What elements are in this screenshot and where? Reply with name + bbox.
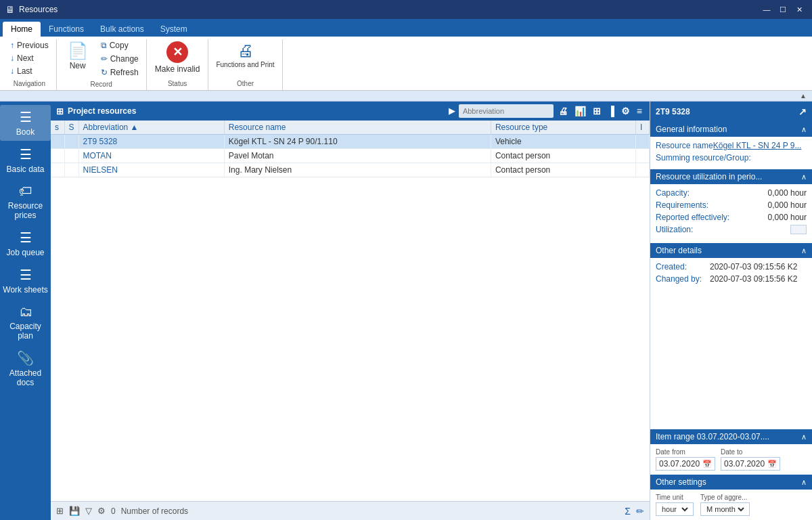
utilization-row: Utilization: <box>656 225 807 236</box>
sidebar-item-attached-docs[interactable]: 📎 Attached docs <box>0 346 51 391</box>
search-input[interactable] <box>459 104 554 118</box>
change-button[interactable]: ✏ Change <box>97 53 142 65</box>
type-aggr-select[interactable]: M month W week D day <box>700 502 750 516</box>
type-aggr-group: Type of aggre... M month W week D day <box>700 494 750 516</box>
date-from-label: Date from <box>656 448 715 456</box>
other-details-collapse-icon: ∧ <box>801 246 807 255</box>
save-icon[interactable]: 💾 <box>69 506 80 516</box>
col-resource-name[interactable]: Resource name <box>224 121 491 135</box>
utilization-header[interactable]: Resource utilization in perio... ∧ <box>650 169 812 184</box>
maximize-button[interactable]: ☐ <box>775 2 790 17</box>
next-button[interactable]: ↓ Next <box>7 52 52 64</box>
right-panel: 2T9 5328 ↗ General information ∧ Resourc… <box>650 102 812 520</box>
chart-icon[interactable]: 📊 <box>572 105 588 117</box>
gear-filter-icon[interactable]: ⚙ <box>97 506 106 516</box>
app-icon: 🖥 <box>5 4 15 15</box>
tab-functions[interactable]: Functions <box>41 22 92 37</box>
reported-effectively-row: Reported effectively: 0,000 hour <box>656 213 807 222</box>
bar-chart-icon[interactable]: ▐ <box>606 105 616 117</box>
sidebar-item-basic-data[interactable]: ☰ Basic data <box>0 142 51 178</box>
cell-resource-type: Contact person <box>491 163 635 177</box>
general-info-collapse-icon: ∧ <box>801 125 807 134</box>
general-info-header[interactable]: General information ∧ <box>650 122 812 137</box>
other-settings-header[interactable]: Other settings ∧ <box>650 475 812 490</box>
col-i[interactable]: I <box>636 121 650 135</box>
date-to-label: Date to <box>721 448 780 456</box>
other-details-header[interactable]: Other details ∧ <box>650 243 812 258</box>
panel-export-icon[interactable]: ↗ <box>798 106 807 117</box>
cell-S <box>64 149 78 163</box>
cell-S <box>64 163 78 177</box>
table-header-row: s S Abbreviation ▲ Resource name Resourc… <box>51 121 650 135</box>
menu-icon[interactable]: ≡ <box>635 105 644 117</box>
print-table-icon[interactable]: 🖨 <box>556 105 570 117</box>
new-icon: 📄 <box>68 41 88 60</box>
table-row[interactable]: 2T9 5328 Kögel KTL - SN 24 P 90/1.110 Ve… <box>51 135 650 149</box>
settings-row: Time unit hour day week Type of aggre...… <box>650 490 812 520</box>
cell-abbreviation: 2T9 5328 <box>78 135 224 149</box>
cell-i <box>636 135 650 149</box>
resource-prices-icon: 🏷 <box>19 183 32 199</box>
sidebar-item-job-queue[interactable]: ☰ Job queue <box>0 225 51 261</box>
col-abbreviation[interactable]: Abbreviation ▲ <box>78 121 224 135</box>
new-button[interactable]: 📄 New <box>61 39 95 72</box>
previous-button[interactable]: ↑ Previous <box>7 39 52 51</box>
print-icon: 🖨 <box>238 41 254 60</box>
sidebar-item-capacity-plan[interactable]: 🗂 Capacity plan <box>0 300 51 345</box>
close-button[interactable]: ✕ <box>792 2 807 17</box>
col-s[interactable]: s <box>51 121 64 135</box>
copy-button[interactable]: ⧉ Copy <box>97 39 142 51</box>
tab-system[interactable]: System <box>152 22 196 37</box>
ribbon-collapse-bar[interactable]: ▲ <box>0 91 812 102</box>
tab-home[interactable]: Home <box>3 22 41 37</box>
table-toolbar: 🖨 📊 ⊞ ▐ ⚙ ≡ <box>459 104 644 118</box>
table-view-icon[interactable]: ⊞ <box>56 506 64 516</box>
ribbon: ↑ Previous ↓ Next ↓ Last Navigation 📄 Ne… <box>0 37 812 91</box>
tab-bulkactions[interactable]: Bulk actions <box>92 22 152 37</box>
book-icon: ☰ <box>20 109 32 125</box>
arrow-right-icon: ▶ <box>449 106 455 116</box>
filter-icon[interactable]: ▽ <box>85 506 92 516</box>
ribbon-group-other: 🖨 Functions and Print Other <box>208 39 282 90</box>
tab-bar: Home Functions Bulk actions System <box>0 19 812 37</box>
edit-icon[interactable]: ✏ <box>636 506 644 517</box>
date-to-field: Date to 03.07.2020 📅 <box>721 448 780 471</box>
col-S[interactable]: S <box>64 121 78 135</box>
date-to-input[interactable]: 03.07.2020 📅 <box>721 457 780 471</box>
other-details-content: Created: 2020-07-03 09:15:56 K2 Changed … <box>650 258 812 290</box>
cell-resource-type: Contact person <box>491 149 635 163</box>
item-range-collapse-icon: ∧ <box>801 433 807 441</box>
panel-title-text: 2T9 5328 <box>656 107 690 116</box>
cell-resource-name: Ing. Mary Nielsen <box>224 163 491 177</box>
calendar-to-icon[interactable]: 📅 <box>767 460 777 469</box>
ribbon-group-status: ✕ Make invalid Status <box>147 39 209 90</box>
export-table-icon[interactable]: ⊞ <box>591 105 603 117</box>
down-last-icon: ↓ <box>10 66 14 76</box>
settings-icon[interactable]: ⚙ <box>619 105 632 117</box>
table-row[interactable]: MOTAN Pavel Motan Contact person <box>51 149 650 163</box>
refresh-button[interactable]: ↻ Refresh <box>97 66 142 79</box>
item-range-header[interactable]: Item range 03.07.2020-03.07.... ∧ <box>650 429 812 444</box>
col-resource-type[interactable]: Resource type <box>491 121 635 135</box>
functions-and-print-button[interactable]: 🖨 Functions and Print <box>212 39 277 70</box>
date-from-input[interactable]: 03.07.2020 📅 <box>656 457 715 471</box>
status-bar: ⊞ 💾 ▽ ⚙ 0 Number of records Σ ✏ <box>51 501 650 520</box>
filter-count: 0 <box>111 506 116 516</box>
make-invalid-button[interactable]: ✕ Make invalid <box>151 39 204 76</box>
table-row[interactable]: NIELSEN Ing. Mary Nielsen Contact person <box>51 163 650 177</box>
time-unit-select[interactable]: hour day week <box>656 502 694 516</box>
requirements-row: Requirements: 0,000 hour <box>656 200 807 210</box>
last-button[interactable]: ↓ Last <box>7 65 52 77</box>
summing-resource-row: Summing resource/Group: <box>656 153 807 162</box>
sidebar: ☰ Book ☰ Basic data 🏷 Resource prices ☰ … <box>0 102 51 520</box>
type-aggr-dropdown[interactable]: M month W week D day <box>704 504 746 514</box>
sidebar-item-work-sheets[interactable]: ☰ Work sheets <box>0 263 51 299</box>
table-grid-icon: ⊞ <box>56 106 64 116</box>
panel-title: 2T9 5328 ↗ <box>650 102 812 122</box>
sidebar-item-book[interactable]: ☰ Book <box>0 105 51 141</box>
calendar-from-icon[interactable]: 📅 <box>702 460 712 469</box>
sidebar-item-resource-prices[interactable]: 🏷 Resource prices <box>0 179 51 224</box>
sum-icon[interactable]: Σ <box>625 506 631 517</box>
minimize-button[interactable]: — <box>759 2 774 17</box>
time-unit-dropdown[interactable]: hour day week <box>659 504 690 514</box>
